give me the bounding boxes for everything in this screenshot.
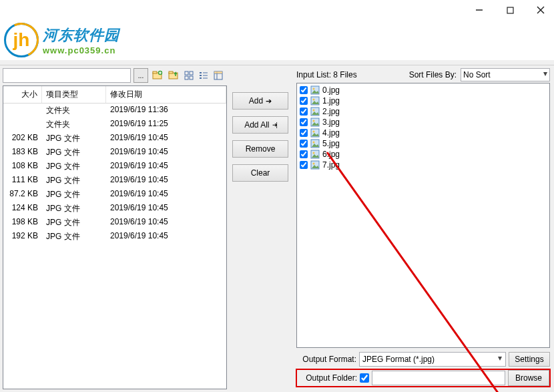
maximize-button[interactable]	[502, 2, 518, 18]
svg-point-30	[313, 110, 315, 112]
sort-label: Sort Files By:	[409, 70, 457, 79]
image-icon	[310, 96, 320, 106]
item-name: 4.jpg	[322, 128, 340, 138]
svg-point-26	[313, 88, 315, 90]
image-icon	[310, 128, 320, 138]
svg-rect-13	[185, 76, 188, 79]
item-name: 1.jpg	[322, 96, 340, 106]
svg-rect-17	[200, 77, 202, 79]
output-folder-input[interactable]	[372, 371, 505, 385]
image-icon	[310, 107, 320, 116]
input-list-item[interactable]: 7.jpg	[298, 160, 548, 170]
svg-rect-1	[507, 7, 513, 13]
image-icon	[310, 160, 320, 170]
col-size-header[interactable]: 大小	[3, 86, 42, 103]
item-checkbox[interactable]	[300, 161, 308, 169]
minimize-button[interactable]	[471, 2, 487, 18]
item-name: 7.jpg	[322, 160, 340, 170]
input-list-label: Input List: 8 Files	[296, 70, 357, 79]
input-list-item[interactable]: 2.jpg	[298, 106, 548, 117]
svg-rect-14	[190, 76, 193, 79]
item-checkbox[interactable]	[300, 150, 308, 158]
svg-rect-11	[185, 71, 188, 75]
input-list-item[interactable]: 1.jpg	[298, 95, 548, 106]
item-checkbox[interactable]	[300, 118, 308, 126]
file-row[interactable]: 124 KBJPG 文件2019/6/19 10:45	[3, 202, 226, 216]
file-row[interactable]: 192 KBJPG 文件2019/6/19 10:45	[3, 230, 226, 244]
file-row[interactable]: 183 KBJPG 文件2019/6/19 10:45	[3, 146, 226, 160]
add-button[interactable]: Add➔	[232, 92, 288, 110]
sort-select[interactable]: No Sort	[461, 68, 550, 81]
file-list[interactable]: 大小 项目类型 修改日期 文件夹2019/6/19 11:36文件夹2019/6…	[3, 85, 227, 389]
view-list-icons[interactable]	[198, 69, 210, 81]
svg-point-28	[313, 99, 315, 101]
input-list-item[interactable]: 5.jpg	[298, 138, 548, 149]
file-row[interactable]: 108 KBJPG 文件2019/6/19 10:45	[3, 160, 226, 174]
file-row[interactable]: 文件夹2019/6/19 11:36	[3, 104, 226, 118]
input-list-item[interactable]: 3.jpg	[298, 117, 548, 128]
svg-point-38	[313, 152, 315, 154]
logo-url: www.pc0359.cn	[43, 45, 119, 55]
folder-up-icon[interactable]	[167, 69, 180, 82]
svg-point-40	[313, 163, 315, 165]
output-format-select[interactable]: JPEG Format (*.jpg)	[359, 352, 506, 367]
settings-button[interactable]: Settings	[509, 352, 550, 367]
input-list-item[interactable]: 0.jpg	[298, 85, 548, 95]
svg-point-36	[313, 142, 315, 144]
svg-rect-15	[200, 72, 202, 73]
item-checkbox[interactable]	[300, 140, 308, 148]
col-type-header[interactable]: 项目类型	[42, 86, 106, 103]
logo-title: 河东软件园	[43, 25, 119, 45]
output-folder-checkbox[interactable]	[360, 373, 369, 383]
svg-rect-12	[190, 71, 193, 75]
input-list-item[interactable]: 4.jpg	[298, 128, 548, 138]
new-folder-icon[interactable]	[151, 69, 164, 82]
item-name: 3.jpg	[322, 118, 340, 127]
item-checkbox[interactable]	[300, 108, 308, 116]
output-folder-label: Output Folder:	[297, 373, 357, 383]
item-name: 6.jpg	[322, 150, 340, 159]
svg-rect-10	[169, 71, 173, 73]
input-list[interactable]: 0.jpg1.jpg2.jpg3.jpg4.jpg5.jpg6.jpg7.jpg	[296, 83, 550, 348]
item-checkbox[interactable]	[300, 86, 308, 94]
item-name: 2.jpg	[322, 107, 340, 116]
item-checkbox[interactable]	[300, 97, 308, 105]
file-row[interactable]: 198 KBJPG 文件2019/6/19 10:45	[3, 216, 226, 230]
item-name: 5.jpg	[322, 139, 340, 148]
window-titlebar	[0, 0, 554, 20]
browse-button[interactable]: Browse	[508, 370, 549, 386]
remove-button[interactable]: Remove	[232, 140, 288, 158]
file-row[interactable]: 111 KBJPG 文件2019/6/19 10:45	[3, 174, 226, 188]
file-row[interactable]: 文件夹2019/6/19 11:25	[3, 118, 226, 132]
path-browse-button[interactable]: ...	[133, 68, 148, 83]
output-format-label: Output Format:	[296, 355, 356, 364]
clear-button[interactable]: Clear	[232, 164, 288, 182]
col-date-header[interactable]: 修改日期	[106, 86, 226, 103]
close-button[interactable]	[533, 2, 549, 18]
view-large-icons[interactable]	[183, 69, 195, 81]
arrow-right-icon: ➔	[266, 97, 272, 106]
image-icon	[310, 85, 320, 95]
watermark-logo: jh 河东软件园 www.pc0359.cn	[0, 20, 554, 60]
path-dropdown[interactable]	[3, 68, 131, 83]
svg-rect-5	[153, 71, 157, 73]
svg-rect-16	[200, 75, 202, 76]
input-list-item[interactable]: 6.jpg	[298, 149, 548, 160]
svg-point-34	[313, 131, 315, 133]
svg-point-32	[313, 120, 315, 122]
add-all-button[interactable]: Add All➔|	[232, 116, 288, 134]
image-icon	[310, 139, 320, 148]
arrow-right-end-icon: ➔|	[272, 122, 276, 128]
item-name: 0.jpg	[322, 85, 340, 95]
svg-rect-24	[214, 71, 222, 73]
image-icon	[310, 150, 320, 159]
item-checkbox[interactable]	[300, 129, 308, 137]
image-icon	[310, 118, 320, 127]
file-row[interactable]: 87.2 KBJPG 文件2019/6/19 10:45	[3, 188, 226, 202]
file-row[interactable]: 202 KBJPG 文件2019/6/19 10:45	[3, 132, 226, 146]
view-details-icons[interactable]	[212, 69, 224, 81]
